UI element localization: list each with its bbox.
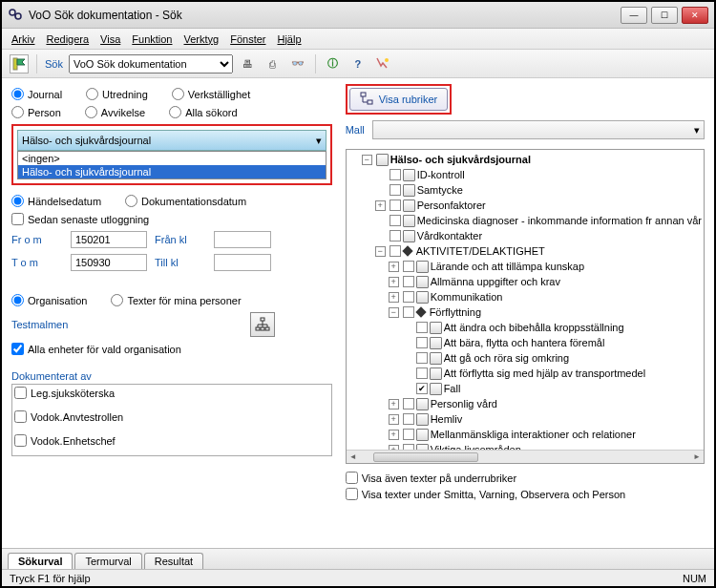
check-alla-enheter[interactable]: Alla enheter för vald organisation [11, 343, 332, 355]
tree-checkbox[interactable] [403, 291, 414, 303]
expand-icon[interactable]: + [389, 399, 399, 410]
radio-person[interactable]: Person [11, 106, 61, 118]
tree-checkbox[interactable] [403, 306, 414, 318]
menu-funktion[interactable]: Funktion [128, 32, 176, 47]
tab-resultat[interactable]: Resultat [144, 553, 203, 569]
expand-icon[interactable]: + [375, 200, 386, 211]
tree-item[interactable]: ID-kontroll [417, 167, 465, 182]
tab-sokurval[interactable]: Sökurval [8, 553, 73, 569]
expand-icon[interactable]: + [389, 262, 399, 272]
tree-root[interactable]: Hälso- och sjukvårdsjournal [390, 152, 531, 167]
tree-item[interactable]: Att gå och röra sig omkring [444, 350, 569, 366]
expand-icon[interactable]: + [389, 414, 399, 425]
radio-alla-sokord[interactable]: Alla sökord [169, 106, 237, 118]
maximize-button[interactable]: ☐ [651, 7, 678, 24]
info-icon[interactable]: ⓘ [324, 54, 343, 74]
expand-icon[interactable]: + [389, 292, 399, 303]
org-tree-button[interactable] [250, 312, 275, 337]
radio-utredning[interactable]: Utredning [86, 88, 148, 100]
tree-item[interactable]: Att bära, flytta och hantera föremål [444, 335, 605, 350]
tree-item[interactable]: Att ändra och bibehålla kroppsställning [444, 320, 624, 335]
tree-checkbox[interactable] [403, 276, 414, 287]
minimize-button[interactable]: — [621, 7, 647, 24]
tree-checkbox[interactable] [403, 429, 414, 440]
collapse-icon[interactable]: − [389, 307, 399, 318]
collapse-icon[interactable]: − [362, 155, 372, 165]
expand-icon[interactable]: + [389, 430, 399, 440]
from-date-input[interactable] [71, 231, 147, 248]
visa-rubriker-button[interactable]: Visa rubriker [349, 88, 449, 111]
mall-select[interactable]: ▾ [372, 120, 705, 139]
toolbar-combo[interactable]: VoO Sök dokumentation [69, 54, 233, 74]
radio-journal[interactable]: Journal [11, 88, 62, 100]
tree-item[interactable]: Hemliv [431, 411, 463, 427]
tree-checkbox[interactable] [390, 215, 401, 226]
scroll-thumb[interactable] [373, 452, 478, 462]
scroll-left-icon[interactable]: ◄ [347, 452, 360, 463]
radio-handelsedatum[interactable]: Händelsedatum [11, 195, 101, 207]
radio-avvikelse[interactable]: Avvikelse [85, 106, 145, 118]
close-button[interactable]: ✕ [682, 7, 708, 24]
menu-fonster[interactable]: Fönster [226, 32, 269, 47]
tree-item[interactable]: Fall [444, 381, 461, 396]
check-visa-smitta[interactable]: Visa texter under Smitta, Varning, Obser… [346, 488, 705, 500]
tree-checkbox[interactable] [416, 368, 428, 379]
tree-item[interactable]: Förflyttning [430, 304, 481, 320]
menu-verktyg[interactable]: Verktyg [180, 32, 223, 47]
radio-verkstallighet[interactable]: Verkställighet [172, 88, 250, 100]
tree-checkbox[interactable] [416, 322, 428, 333]
check-visa-underrubriker[interactable]: Visa även texter på underrubriker [346, 472, 705, 484]
help-icon[interactable]: ? [348, 54, 368, 74]
dok-item[interactable]: Vodok.Enhetschef [14, 434, 329, 447]
scroll-right-icon[interactable]: ► [690, 452, 704, 463]
tree-checkbox[interactable] [416, 337, 428, 348]
inspect-icon[interactable] [373, 54, 392, 74]
preview-icon[interactable]: ⎙ [263, 54, 283, 74]
tab-termurval[interactable]: Termurval [74, 553, 141, 569]
rubrik-tree[interactable]: −Hälso- och sjukvårdsjournal ID-kontroll… [346, 149, 705, 464]
tree-item[interactable]: Personlig vård [431, 396, 497, 411]
menu-redigera[interactable]: Redigera [42, 32, 93, 47]
binoculars-icon[interactable]: 👓 [288, 54, 307, 74]
tree-checkbox[interactable] [390, 245, 401, 257]
dok-item[interactable]: Vodok.Anvtestrollen [14, 410, 329, 423]
to-kl-input[interactable] [214, 254, 271, 271]
tree-item[interactable]: Medicinska diagnoser - inkommande inform… [417, 213, 702, 228]
dokumenterat-av-list[interactable]: Leg.sjuksköterska Vodok.Anvtestrollen Vo… [11, 384, 332, 456]
expand-icon[interactable]: + [389, 277, 399, 287]
to-date-input[interactable] [71, 254, 147, 271]
horizontal-scrollbar[interactable]: ◄ ► [347, 450, 704, 463]
combo-option-ingen[interactable]: <ingen> [18, 152, 326, 165]
collapse-icon[interactable]: − [375, 246, 386, 257]
combo-option-halso[interactable]: Hälso- och sjukvårdsjournal [18, 165, 326, 178]
tree-checkbox[interactable] [390, 184, 401, 196]
tree-checkbox[interactable] [390, 169, 401, 180]
dok-item[interactable]: Leg.sjuksköterska [14, 387, 329, 399]
tree-item[interactable]: Kommunikation [431, 289, 503, 304]
tree-checkbox[interactable] [403, 413, 414, 425]
tree-item[interactable]: Lärande och att tillämpa kunskap [431, 259, 584, 274]
tree-item[interactable]: Personfaktorer [417, 198, 486, 213]
tree-checkbox[interactable] [403, 261, 414, 272]
print-icon[interactable]: 🖶 [239, 54, 258, 74]
tree-item[interactable]: AKTIVITET/DELAKTIGHET [416, 243, 545, 259]
menu-visa[interactable]: Visa [96, 32, 124, 47]
menu-hjalp[interactable]: Hjälp [273, 32, 305, 47]
from-kl-input[interactable] [214, 231, 271, 248]
menu-arkiv[interactable]: Arkiv [8, 32, 38, 47]
radio-dokumentationsdatum[interactable]: Dokumentationsdatum [125, 195, 246, 207]
tree-checkbox[interactable] [390, 230, 401, 242]
tree-checkbox[interactable] [390, 200, 401, 211]
check-sedan-senaste[interactable]: Sedan senaste utloggning [11, 213, 332, 225]
journal-type-combo[interactable]: Hälso- och sjukvårdsjournal ▾ [17, 130, 326, 151]
tree-checkbox-fall[interactable]: ✔ [416, 383, 428, 394]
tree-checkbox[interactable] [403, 398, 414, 410]
tree-item[interactable]: Att förflytta sig med hjälp av transport… [444, 366, 646, 381]
tree-item[interactable]: Samtycke [417, 182, 463, 198]
tree-item[interactable]: Mellanmänskliga interaktioner och relati… [431, 427, 636, 442]
tree-item[interactable]: Vårdkontakter [417, 228, 482, 243]
tree-checkbox[interactable] [416, 352, 428, 364]
flag-icon[interactable] [10, 54, 29, 74]
tree-item[interactable]: Allmänna uppgifter och krav [431, 274, 560, 289]
radio-organisation[interactable]: Organisation [11, 294, 87, 306]
